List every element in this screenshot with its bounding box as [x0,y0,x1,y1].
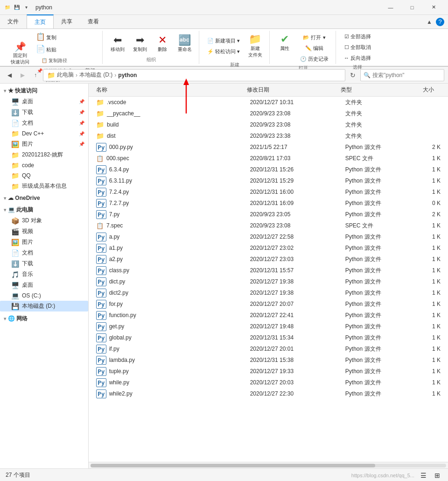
sidebar-item-yaohui[interactable]: 📁 202012182-姚辉 [0,149,88,160]
help-icon[interactable]: ? [436,18,444,26]
search-box[interactable]: 🔍 [360,69,444,81]
tab-file[interactable]: 文件 [0,15,27,28]
tab-share[interactable]: 共享 [54,15,80,28]
file-date: 2020/12/27 22:41 [246,312,342,318]
sidebar-item-3d[interactable]: 📦 3D 对象 [0,215,88,226]
file-row[interactable]: Py a.py 2020/12/27 22:58 Python 源文件 1 K [89,231,448,242]
file-row[interactable]: Py 000.py.py 2021/1/5 22:17 Python 源文件 2… [89,141,448,153]
file-row[interactable]: Py if.py 2020/12/27 20:01 Python 源文件 1 K [89,343,448,354]
file-row[interactable]: 📁 build 2020/9/23 23:08 文件夹 [89,119,448,130]
view-grid-button[interactable]: ⊞ [432,470,442,481]
sidebar-item-docs2[interactable]: 📄 文档 [0,248,88,258]
copy-path-button[interactable]: 📋 复制路径 [34,56,75,65]
sidebar-item-docs[interactable]: 📄 文档 📌 [0,118,88,128]
col-date-header[interactable]: 修改日期 [243,84,336,96]
maximize-button[interactable]: □ [401,0,423,15]
classinfo-label: 班级成员基本信息 [22,182,67,190]
col-type-header[interactable]: 类型 [337,84,402,96]
sidebar-header-quickaccess[interactable]: ▾ ★ 快速访问 [0,85,88,96]
file-row[interactable]: Py 7.2.4.py 2020/12/31 16:00 Python 源文件 … [89,186,448,198]
col-name-header[interactable]: 名称 [92,84,243,96]
file-row[interactable]: 📁 dist 2020/9/23 23:38 文件夹 [89,130,448,141]
file-row[interactable]: Py 6.3.4.py 2020/12/31 15:26 Python 源文件 … [89,164,448,175]
move-button[interactable]: ⬅ 移动到 [107,33,128,55]
minimize-button[interactable]: — [380,0,401,15]
view-list-button[interactable]: ☰ [418,470,428,481]
paste-icon: 📄 [36,45,45,53]
file-row[interactable]: Py 6.3.11.py 2020/12/31 15:29 Python 源文件… [89,175,448,186]
file-row[interactable]: Py while.py 2020/12/27 20:03 Python 源文件 … [89,377,448,388]
pin-button[interactable]: 📌 固定到 快速访问 [7,40,33,68]
select-none-button[interactable]: ☐ 全部取消 [341,42,374,52]
rename-button[interactable]: 🔤 重命名 [175,33,195,55]
file-row[interactable]: Py for.py 2020/12/27 20:07 Python 源文件 1 … [89,298,448,310]
file-row[interactable]: Py get.py 2020/12/27 19:48 Python 源文件 1 … [89,321,448,332]
sidebar-item-desktop2[interactable]: 🖥️ 桌面 [0,280,88,290]
copy-to-button[interactable]: ➡ 复制到 [130,33,150,55]
file-row[interactable]: Py global.py 2020/12/31 15:34 Python 源文件… [89,332,448,343]
refresh-button[interactable]: ↻ [347,70,358,81]
file-name-text: while2.py [109,390,133,397]
sidebar-item-music[interactable]: 🎵 音乐 [0,269,88,280]
sidebar-header-network[interactable]: ▾ 🌐 网络 [0,313,88,324]
col-size-header[interactable]: 大小 [402,84,438,96]
sidebar-item-qq[interactable]: 📁 QQ [0,170,88,181]
up-button[interactable]: ↑ [30,70,41,81]
address-path[interactable]: 📁 此电脑 › 本地磁盘 (D:) › python [43,69,345,81]
sidebar-item-code[interactable]: 📁 code [0,160,88,170]
file-row[interactable]: Py lambda.py 2020/12/31 15:38 Python 源文件… [89,354,448,366]
sidebar-item-pics[interactable]: 🖼️ 图片 📌 [0,139,88,149]
file-row[interactable]: Py class.py 2020/12/31 15:57 Python 源文件 … [89,265,448,276]
file-row[interactable]: Py 7.2.7.py 2020/12/31 16:09 Python 源文件 … [89,198,448,209]
file-row[interactable]: 📁 __pycache__ 2020/9/23 23:08 文件夹 [89,108,448,119]
sidebar-item-desktop[interactable]: 🖥️ 桌面 📌 [0,96,88,107]
invert-button[interactable]: ↔ 反向选择 [341,53,374,63]
easy-access-button[interactable]: ⚡ 轻松访问 ▾ [204,47,243,57]
forward-button[interactable]: ▶ [17,70,28,81]
close-button[interactable]: ✕ [423,0,444,15]
file-row[interactable]: Py dict2.py 2020/12/27 19:38 Python 源文件 … [89,287,448,298]
file-list[interactable]: 📁 .vscode 2020/12/27 10:31 文件夹 📁 __pycac… [89,97,448,462]
search-input[interactable] [372,72,441,78]
sidebar-header-thispc[interactable]: ▾ 💻 此电脑 [0,205,88,215]
sidebar-item-osc[interactable]: 💻 OS (C:) [0,290,88,301]
new-folder-button[interactable]: 📁 新建 文件夹 [245,32,266,61]
new-item-button[interactable]: 📄 新建项目 ▾ [204,36,243,46]
select-all-button[interactable]: ☑ 全部选择 [341,32,374,42]
file-row[interactable]: Py dict.py 2020/12/27 19:38 Python 源文件 1… [89,276,448,287]
file-row[interactable]: Py function.py 2020/12/27 22:41 Python 源… [89,310,448,321]
file-name-text: __pycache__ [107,110,140,117]
delete-button[interactable]: ✕ 删除 [152,33,173,55]
sidebar-item-pics2[interactable]: 🖼️ 图片 [0,237,88,248]
file-row[interactable]: 📁 .vscode 2020/12/27 10:31 文件夹 [89,97,448,108]
sidebar-item-video[interactable]: 🎬 视频 [0,226,88,237]
file-row[interactable]: Py a2.py 2020/12/27 23:03 Python 源文件 1 K [89,254,448,265]
horizontal-scrollbar[interactable] [89,462,448,468]
file-row[interactable]: Py a1.py 2020/12/27 23:02 Python 源文件 1 K [89,242,448,254]
sidebar-item-devcpp[interactable]: 📁 Dev C++ 📌 [0,128,88,139]
file-row[interactable]: Py tuple.py 2020/12/27 19:33 Python 源文件 … [89,366,448,377]
sidebar-item-downloads[interactable]: ⬇️ 下载 📌 [0,107,88,118]
path-part-1[interactable]: 此电脑 [57,71,74,79]
sidebar-item-downloads2[interactable]: ⬇️ 下载 [0,258,88,269]
back-button[interactable]: ◀ [4,70,15,81]
file-row[interactable]: Py 7.py 2020/9/23 23:05 Python 源文件 2 K [89,209,448,220]
sidebar-item-classinfo[interactable]: 📁 班级成员基本信息 [0,181,88,191]
file-row[interactable]: 📋 7.spec 2020/9/23 23:08 SPEC 文件 1 K [89,220,448,231]
history-button[interactable]: 🕐 历史记录 [297,54,332,64]
paste-button[interactable]: 📄 粘贴 [34,44,75,55]
file-name: Py 7.py [92,210,246,219]
copy-button[interactable]: 📋 复制 [34,32,75,43]
open-button[interactable]: 📂 打开 ▾ [297,33,332,42]
path-part-3[interactable]: python [118,72,137,78]
sidebar-header-onedrive[interactable]: ▾ ☁ OneDrive [0,193,88,203]
path-part-2[interactable]: 本地磁盘 (D:) [79,71,112,79]
tab-view[interactable]: 查看 [80,15,107,28]
properties-button[interactable]: ✔ 属性 [274,32,295,54]
edit-button[interactable]: ✏️ 编辑 [297,43,332,53]
file-row[interactable]: 📋 000.spec 2020/8/21 17:03 SPEC 文件 1 K [89,153,448,164]
file-row[interactable]: Py while2.py 2020/12/27 22:30 Python 源文件… [89,388,448,399]
tab-home[interactable]: 主页 [27,14,54,28]
collapse-ribbon-icon[interactable]: ▲ [427,19,432,25]
sidebar-item-locald[interactable]: 💾 本地磁盘 (D:) [0,301,88,311]
